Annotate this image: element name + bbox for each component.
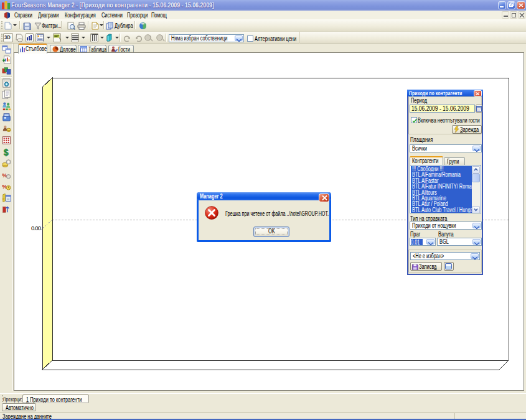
svg-text:0.00: 0.00 — [31, 225, 41, 231]
svg-text:$: $ — [4, 147, 9, 157]
